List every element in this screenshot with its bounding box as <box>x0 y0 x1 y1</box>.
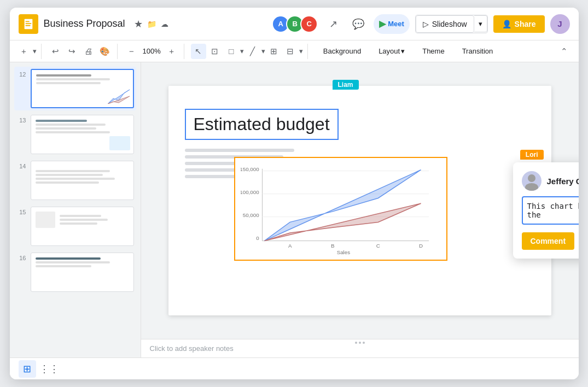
svg-text:D: D <box>418 243 422 249</box>
zoom-in-button[interactable]: + <box>164 44 179 59</box>
insert-button[interactable]: ⊞ <box>266 44 282 59</box>
background-label[interactable]: Background <box>319 45 365 57</box>
star-icon[interactable]: ★ <box>134 18 143 30</box>
share-label: Share <box>515 20 536 28</box>
redo-button[interactable]: ↪ <box>65 44 80 59</box>
commenter-avatar <box>522 171 542 191</box>
comment-input[interactable] <box>522 196 579 225</box>
shapes-dropdown[interactable]: ▾ <box>240 47 244 55</box>
cursor-button[interactable]: ↖ <box>191 44 206 59</box>
svg-marker-19 <box>264 170 421 241</box>
svg-text:50,000: 50,000 <box>242 212 259 218</box>
transition-label[interactable]: Transition <box>458 45 498 57</box>
svg-text:A: A <box>288 243 292 249</box>
layout-label[interactable]: Layout ▾ <box>374 45 409 57</box>
slide-canvas[interactable]: Liam Estimated budget <box>168 86 551 315</box>
title-bar: Business Proposal ★ 📁 ☁ A B C ↗ 💬 ▶Meet … <box>10 8 579 40</box>
slide-panel: 12 13 <box>10 62 141 357</box>
slide-number-16: 16 <box>16 255 26 261</box>
cloud-icon[interactable]: ☁ <box>161 20 168 28</box>
slide-item-14[interactable]: 14 <box>14 159 136 202</box>
liam-cursor: Liam <box>333 79 359 89</box>
slide-number-15: 15 <box>16 209 26 215</box>
layout-dropdown[interactable]: ▾ <box>299 47 303 55</box>
line-button[interactable]: ╱ <box>245 44 260 59</box>
shapes-button[interactable]: □ <box>224 44 239 59</box>
speaker-notes[interactable]: Click to add speaker notes <box>141 339 579 357</box>
layout-arrow-icon: ▾ <box>401 47 405 55</box>
canvas-wrapper: Liam Estimated budget <box>141 62 579 339</box>
slide-item-16[interactable]: 16 <box>14 250 136 294</box>
svg-rect-2 <box>25 23 31 24</box>
thumb-chart-12 <box>108 89 130 104</box>
slideshow-dropdown[interactable]: ▾ <box>474 15 487 32</box>
slide-thumb-14 <box>31 161 134 200</box>
grid-view-button[interactable]: ⊞ <box>19 360 36 378</box>
title-text-box[interactable]: Estimated budget <box>185 109 339 140</box>
collapse-toolbar-button[interactable]: ⌃ <box>557 44 572 59</box>
svg-text:100,000: 100,000 <box>241 189 259 195</box>
slide-thumb-13 <box>31 115 134 154</box>
svg-text:C: C <box>376 243 380 249</box>
lori-cursor: Lori <box>520 149 544 159</box>
doc-title[interactable]: Business Proposal <box>44 18 125 30</box>
zoom-level[interactable]: 100% <box>141 47 163 55</box>
slide-item-13[interactable]: 13 <box>14 113 136 156</box>
bottom-bar: ⊞ ⋮⋮ <box>10 357 579 379</box>
undo-button[interactable]: ↩ <box>48 44 63 59</box>
commenter-name: Jeffery Clark <box>547 177 579 186</box>
title-bar-right: A B C ↗ 💬 ▶Meet ▷ Slideshow ▾ 👤 Share J <box>272 14 569 34</box>
svg-text:150,000: 150,000 <box>241 166 259 172</box>
toolbar-group-history: ↩ ↪ 🖨 🎨 <box>48 44 118 59</box>
list-view-button[interactable]: ⋮⋮ <box>40 360 58 378</box>
app-icon <box>19 14 38 34</box>
slide-item-12[interactable]: 12 <box>14 67 136 110</box>
slide-thumb-15 <box>31 207 134 246</box>
notes-drag-handle <box>355 342 365 344</box>
chart-container[interactable]: 150,000 100,000 50,000 0 <box>234 157 447 261</box>
main-content: 12 13 <box>10 62 579 357</box>
svg-text:0: 0 <box>256 235 259 241</box>
folder-icon[interactable]: 📁 <box>147 20 156 28</box>
toolbar-right-group: Background Layout ▾ Theme Transition <box>319 45 498 57</box>
slide-number-12: 12 <box>16 71 26 78</box>
toolbar-group-cursor: ↖ ⊡ □ ▾ ╱ ▾ ⊞ ⊟ ▾ <box>191 44 308 59</box>
slide-thumb-12 <box>31 69 134 108</box>
toolbar: + ▾ ↩ ↪ 🖨 🎨 − 100% + ↖ ⊡ □ ▾ ╱ ▾ ⊞ ⊟ ▾ B… <box>10 40 579 62</box>
app-window: Business Proposal ★ 📁 ☁ A B C ↗ 💬 ▶Meet … <box>10 8 579 379</box>
svg-rect-3 <box>25 25 30 26</box>
slide-number-13: 13 <box>16 117 26 124</box>
title-icons: ★ 📁 ☁ <box>134 18 168 30</box>
canvas-area: Liam Estimated budget <box>141 62 579 357</box>
svg-text:B: B <box>331 243 335 249</box>
comment-button[interactable]: Comment <box>522 232 575 250</box>
print-button[interactable]: 🖨 <box>81 44 96 59</box>
comment-popup: Jeffery Clark Comment Cancel <box>513 162 579 259</box>
slideshow-icon: ▷ <box>423 20 429 28</box>
slide-thumb-16 <box>31 253 134 292</box>
add-button[interactable]: + <box>16 44 32 59</box>
slideshow-label: Slideshow <box>432 20 467 28</box>
comment-header: Jeffery Clark <box>522 171 579 191</box>
select-button[interactable]: ⊡ <box>207 44 223 59</box>
avatar-group: A B C <box>272 15 318 33</box>
trending-icon-btn[interactable]: ↗ <box>323 14 343 34</box>
zoom-out-button[interactable]: − <box>124 44 139 59</box>
share-button[interactable]: 👤 Share <box>493 15 545 33</box>
layout-button[interactable]: ⊟ <box>283 44 298 59</box>
speaker-notes-placeholder: Click to add speaker notes <box>150 344 234 353</box>
svg-text:Sales: Sales <box>336 249 350 254</box>
line-dropdown[interactable]: ▾ <box>261 47 265 55</box>
theme-label[interactable]: Theme <box>418 45 449 57</box>
slide-number-14: 14 <box>16 163 26 169</box>
avatar-user-3[interactable]: C <box>300 15 318 33</box>
slideshow-button[interactable]: ▷ Slideshow <box>416 15 474 33</box>
add-dropdown[interactable]: ▾ <box>33 47 37 55</box>
paint-button[interactable]: 🎨 <box>97 44 113 59</box>
meet-icon-btn[interactable]: ▶Meet <box>374 14 410 34</box>
user-avatar[interactable]: J <box>550 14 570 34</box>
lori-cursor-label: Lori <box>520 150 544 160</box>
meet-icon: ▶ <box>379 19 386 29</box>
slide-item-15[interactable]: 15 <box>14 204 136 248</box>
chat-icon-btn[interactable]: 💬 <box>348 14 368 34</box>
